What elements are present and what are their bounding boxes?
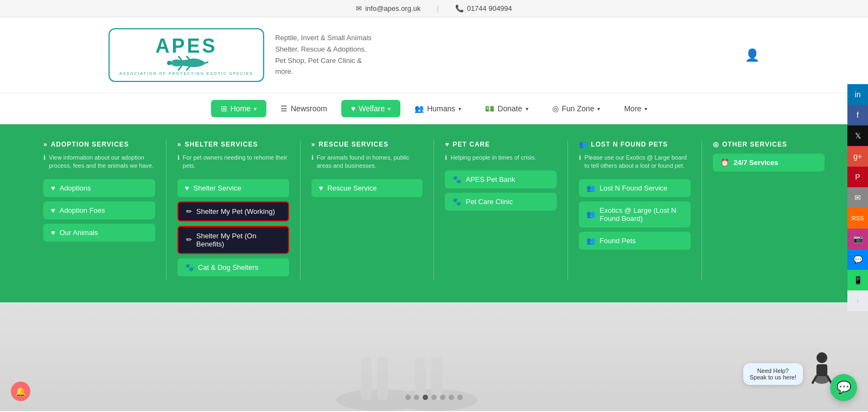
heart-icon: ♥ bbox=[51, 184, 55, 192]
instagram-icon[interactable]: 📷 bbox=[847, 229, 868, 249]
247-services-btn[interactable]: ⏰ 24/7 Services bbox=[713, 154, 825, 172]
exotics-large-btn[interactable]: 👥 Exotics @ Large (Lost N Found Board) bbox=[579, 201, 691, 227]
hero-dots bbox=[405, 395, 463, 400]
heart-icon-3: ♥ bbox=[51, 229, 55, 237]
gecko-icon bbox=[165, 55, 208, 71]
messenger-icon[interactable]: 💬 bbox=[847, 249, 868, 270]
paw-icon: 🐾 bbox=[452, 175, 461, 183]
topbar-divider: | bbox=[437, 4, 438, 12]
pencil-icon: ✏ bbox=[186, 207, 192, 215]
chat-avatar bbox=[808, 352, 835, 385]
lostnfound-title: 👥 LOST N FOUND PETS bbox=[579, 141, 691, 148]
hero-dot-3[interactable] bbox=[423, 395, 428, 400]
svg-rect-9 bbox=[377, 357, 388, 400]
header: APES ASSOCIATION OF PROTECTING EXOTIC SP… bbox=[0, 17, 868, 93]
lostnfound-info-icon: ℹ bbox=[579, 154, 581, 162]
lost-found-service-btn[interactable]: 👥 Lost N Found Service bbox=[579, 179, 691, 197]
facebook-icon[interactable]: f bbox=[847, 105, 868, 125]
info-icon: ℹ bbox=[43, 154, 46, 162]
shelter-arrows: » bbox=[177, 141, 182, 148]
phone-icon: 📞 bbox=[455, 4, 464, 12]
shelter-info-icon: ℹ bbox=[177, 154, 180, 162]
scroll-indicator[interactable]: › bbox=[847, 290, 868, 311]
hero-dot-7[interactable] bbox=[457, 395, 463, 400]
twitter-icon[interactable]: 𝕏 bbox=[847, 125, 868, 146]
hero-dot-5[interactable] bbox=[440, 395, 445, 400]
shelter-desc: ℹ For pet owners needing to rehome their… bbox=[177, 154, 289, 170]
svg-rect-14 bbox=[816, 364, 827, 376]
svg-point-13 bbox=[816, 352, 827, 363]
nav-more[interactable]: More ▾ bbox=[614, 100, 657, 117]
hero-dot-4[interactable] bbox=[431, 395, 437, 400]
hero-dot-6[interactable] bbox=[449, 395, 454, 400]
mega-col-adoption: » ADOPTION SERVICES ℹ View information a… bbox=[33, 141, 167, 281]
home-icon: ⊞ bbox=[221, 104, 227, 113]
chat-fab-button[interactable]: 💬 bbox=[830, 374, 857, 401]
svg-rect-8 bbox=[361, 357, 372, 400]
found-pets-btn[interactable]: 👥 Found Pets bbox=[579, 232, 691, 250]
pinterest-icon[interactable]: P bbox=[847, 167, 868, 187]
adoption-fees-btn[interactable]: ♥ Adoption Foes bbox=[43, 201, 155, 219]
pet-care-clinic-btn[interactable]: 🐾 Pet Care Clinic bbox=[445, 193, 557, 211]
heart-icon-2: ♥ bbox=[51, 206, 55, 214]
svg-line-4 bbox=[187, 56, 189, 59]
nav-home[interactable]: ⊞ Home ▾ bbox=[211, 100, 266, 117]
mega-col-rescue: » RESCUE SERVICES ℹ For animals found in… bbox=[301, 141, 435, 281]
rescue-service-btn[interactable]: ♥ Rescue Service bbox=[311, 179, 423, 197]
topbar: ✉ info@apes.org.uk | 📞 01744 904994 bbox=[0, 0, 868, 17]
newsroom-icon: ☰ bbox=[280, 104, 288, 113]
googleplus-icon[interactable]: g+ bbox=[847, 146, 868, 167]
hero-area bbox=[0, 302, 868, 411]
hero-dot-1[interactable] bbox=[405, 395, 411, 400]
adoption-desc: ℹ View information about our adoption pr… bbox=[43, 154, 155, 170]
rss-icon[interactable]: RSS bbox=[847, 208, 868, 229]
svg-point-0 bbox=[200, 61, 202, 63]
other-title: ◎ OTHER SERVICES bbox=[713, 141, 825, 148]
linkedin-icon[interactable]: in bbox=[847, 84, 868, 105]
humans-chevron: ▾ bbox=[458, 106, 461, 112]
rescue-desc: ℹ For animals found in homes, public are… bbox=[311, 154, 423, 170]
lostnfound-icon: 👥 bbox=[579, 141, 588, 148]
whatsapp-icon[interactable]: 📱 bbox=[847, 270, 868, 290]
cat-dog-shelters-btn[interactable]: 🐾 Cat & Dog Shelters bbox=[177, 258, 289, 276]
rescue-title: » RESCUE SERVICES bbox=[311, 141, 423, 148]
nav-newsroom[interactable]: ☰ Newsroom bbox=[271, 100, 337, 117]
user-account-icon[interactable]: 👤 bbox=[745, 48, 760, 62]
navbar: ⊞ Home ▾ ☰ Newsroom ♥ Welfare ▾ 👥 Humans… bbox=[0, 93, 868, 124]
logo-area: APES ASSOCIATION OF PROTECTING EXOTIC SP… bbox=[108, 28, 372, 82]
funzone-chevron: ▾ bbox=[597, 106, 600, 112]
svg-line-2 bbox=[187, 67, 189, 70]
logo-subtitle: ASSOCIATION OF PROTECTING EXOTIC SPECIES bbox=[119, 72, 253, 75]
shelter-benefits-btn[interactable]: ✏ Shelter My Pet (On Benefits) bbox=[177, 226, 289, 254]
shelter-working-btn[interactable]: ✏ Shelter My Pet (Working) bbox=[177, 201, 289, 221]
pencil-icon-2: ✏ bbox=[186, 236, 192, 244]
lostnfound-desc: ℹ Please use our Exotics @ Large board t… bbox=[579, 154, 691, 170]
rescue-arrows: » bbox=[311, 141, 316, 148]
our-animals-btn[interactable]: ♥ Our Animals bbox=[43, 224, 155, 242]
group-icon-2: 👥 bbox=[586, 210, 595, 218]
mega-col-lostnfound: 👥 LOST N FOUND PETS ℹ Please use our Exo… bbox=[568, 141, 702, 281]
rescue-heart-icon: ♥ bbox=[319, 184, 323, 192]
nav-humans[interactable]: 👥 Humans ▾ bbox=[405, 100, 471, 117]
hero-dot-2[interactable] bbox=[414, 395, 419, 400]
social-bar: in f 𝕏 g+ P ✉ RSS 📷 💬 📱 › bbox=[847, 84, 868, 311]
shelter-service-btn[interactable]: ♥ Shelter Service bbox=[177, 179, 289, 197]
chat-bubble: Need Help? Speak to us here! bbox=[743, 363, 803, 385]
rescue-info-icon: ℹ bbox=[311, 154, 314, 162]
svg-line-3 bbox=[178, 56, 181, 60]
logo-box[interactable]: APES ASSOCIATION OF PROTECTING EXOTIC SP… bbox=[108, 28, 264, 82]
topbar-phone: 📞 01744 904994 bbox=[455, 4, 512, 12]
notification-bell[interactable]: 🔔 bbox=[11, 382, 30, 401]
apes-pet-bank-btn[interactable]: 🐾 APES Pet Bank bbox=[445, 170, 557, 188]
svg-rect-12 bbox=[431, 357, 442, 400]
avatar-svg bbox=[810, 352, 834, 384]
nav-donate[interactable]: 💵 Donate ▾ bbox=[475, 100, 538, 117]
logo-title: APES bbox=[156, 35, 218, 58]
email-social-icon[interactable]: ✉ bbox=[847, 187, 868, 208]
adoptions-btn[interactable]: ♥ Adoptions bbox=[43, 179, 155, 197]
nav-funzone[interactable]: ◎ Fun Zone ▾ bbox=[542, 100, 610, 117]
chat-line1: Need Help? bbox=[750, 367, 796, 374]
mega-col-petcare: ♥ PET CARE ℹ Helping people in times of … bbox=[434, 141, 568, 281]
nav-welfare[interactable]: ♥ Welfare ▾ bbox=[341, 100, 400, 117]
other-circle-icon: ◎ bbox=[713, 141, 719, 148]
